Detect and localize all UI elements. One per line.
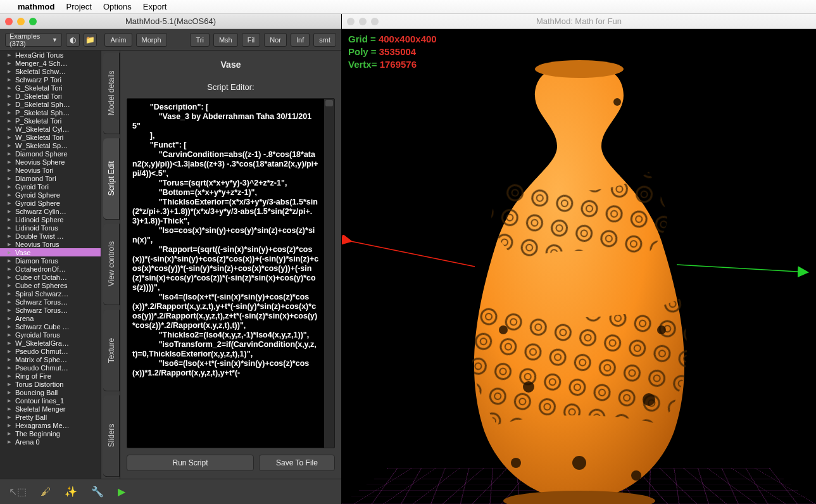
svg-point-9 — [499, 325, 508, 334]
tab-texture[interactable]: Texture — [103, 310, 120, 391]
tab-script-edit[interactable]: Script Edit — [103, 138, 120, 220]
script-editor[interactable]: "Description": [ "Vase_3 by Abderrahman … — [127, 98, 335, 448]
tree-item[interactable]: D_Skeletal Sph… — [0, 100, 101, 108]
editor-zone: Vase Script Editor: "Description": [ "Va… — [120, 51, 341, 479]
tree-item[interactable]: W_Skeletal Cyl… — [0, 125, 101, 133]
tree-item[interactable]: W_Skeletal Sp… — [0, 141, 101, 149]
editor-heading: Script Editor: — [127, 79, 335, 98]
tree-item[interactable]: W_SkeletalGra… — [0, 339, 101, 347]
status-bar: ↖︎⬚ 🖌 ✨ 🔧 ▶ — [0, 479, 341, 504]
tree-item[interactable]: Double Twist … — [0, 232, 101, 240]
tree-item[interactable]: Bouncing Ball — [0, 388, 101, 396]
smt-button[interactable]: smt — [313, 33, 336, 47]
poly-value: 3535004 — [379, 46, 416, 57]
tree-item[interactable]: The Beginning — [0, 429, 101, 438]
menu-app[interactable]: mathmod — [18, 2, 55, 11]
tool-magic-icon[interactable]: ✨ — [65, 486, 77, 498]
editor-scroll[interactable] — [324, 99, 334, 448]
tree-item[interactable]: Cube of Octah… — [0, 273, 101, 281]
tree-item[interactable]: Pseudo Chmut… — [0, 347, 101, 355]
tree-item[interactable]: Neovius Torus — [0, 240, 101, 248]
tree-item[interactable]: Cube of Spheres — [0, 281, 101, 289]
svg-point-8 — [643, 393, 655, 406]
menu-options[interactable]: Options — [103, 2, 132, 11]
tree-item[interactable]: Gyroid Tori — [0, 182, 101, 191]
tree-item[interactable]: P_Skeletal Tori — [0, 117, 101, 125]
tree-item[interactable]: Matrix of Sphe… — [0, 355, 101, 363]
tree-item[interactable]: Diamond Tori — [0, 174, 101, 182]
viewport[interactable]: Grid = 400x400x400 Poly = 3535004 Vertx=… — [342, 29, 816, 504]
svg-point-10 — [657, 325, 666, 334]
nor-button[interactable]: Nor — [264, 33, 287, 47]
inf-button[interactable]: Inf — [291, 33, 310, 47]
tree-item[interactable]: Skeletal Schw… — [0, 67, 101, 75]
play-icon[interactable]: ▶ — [118, 486, 125, 498]
tree-item[interactable]: Menger_4 Sch… — [0, 59, 101, 67]
tree-item[interactable]: Gyroid Sphere — [0, 199, 101, 207]
poly-label: Poly = — [348, 46, 377, 57]
save-to-file-button[interactable]: Save To File — [259, 455, 335, 471]
tree-item[interactable]: Contour lines_1 — [0, 396, 101, 405]
editor-title: MathMod-5.1(MacOS64) — [0, 16, 341, 26]
tab-sliders[interactable]: Sliders — [103, 395, 120, 477]
tree-item[interactable]: Neovius Sphere — [0, 158, 101, 166]
tool-wrench-icon[interactable]: 🔧 — [91, 486, 104, 498]
tree-item[interactable]: Lidinoid Torus — [0, 224, 101, 232]
msh-button[interactable]: Msh — [213, 33, 238, 47]
tree-item[interactable]: Pretty Ball — [0, 413, 101, 421]
tree-item[interactable]: HexaGrid Torus — [0, 51, 101, 59]
tree-item[interactable]: Lidinoid Sphere — [0, 215, 101, 224]
tool-pointer-icon[interactable]: ↖︎⬚ — [9, 486, 27, 498]
viewport-title: MathMod: Math for Fun — [342, 16, 816, 26]
tri-button[interactable]: Tri — [190, 33, 209, 47]
tree-item[interactable]: Schwarz P Tori — [0, 75, 101, 84]
tree-item[interactable]: Gyroidal Torus — [0, 331, 101, 339]
tree-item[interactable]: Spiral Schwarz… — [0, 289, 101, 298]
vert-label: Vertx= — [348, 59, 377, 70]
tree-item[interactable]: OctahedronOf… — [0, 265, 101, 273]
tree-item[interactable]: Diamond Sphere — [0, 149, 101, 158]
refresh-icon[interactable]: ◐ — [66, 33, 80, 47]
viewport-overlay: Grid = 400x400x400 Poly = 3535004 Vertx=… — [348, 33, 437, 71]
fil-button[interactable]: Fil — [242, 33, 261, 47]
tree-item[interactable]: Schwarz Cylin… — [0, 207, 101, 215]
svg-point-7 — [523, 381, 534, 393]
tree-item[interactable]: G_Skeletal Tori — [0, 84, 101, 92]
tree-item[interactable]: P_Skeletal Sph… — [0, 108, 101, 117]
menu-project[interactable]: Project — [66, 2, 92, 11]
side-tabs: Model details Script Edit View controls … — [101, 51, 120, 479]
examples-combo[interactable]: Examples (373) ▼ — [5, 33, 62, 47]
morph-button[interactable]: Morph — [136, 33, 167, 47]
tab-view-controls[interactable]: View controls — [103, 224, 120, 305]
anim-button[interactable]: Anim — [104, 33, 132, 47]
tree-item[interactable]: Arena — [0, 314, 101, 322]
tree-item[interactable]: Vase — [0, 248, 101, 256]
tree-item[interactable]: Schwarz Torus… — [0, 306, 101, 314]
script-text[interactable]: "Description": [ "Vase_3 by Abderrahman … — [127, 99, 324, 448]
viewport-titlebar[interactable]: MathMod: Math for Fun — [342, 14, 816, 29]
model-tree[interactable]: HexaGrid TorusMenger_4 Sch…Skeletal Schw… — [0, 51, 101, 479]
tree-item[interactable]: Neovius Tori — [0, 166, 101, 174]
tree-item[interactable]: Hexagrams Me… — [0, 421, 101, 429]
tree-item[interactable]: Ring of Fire — [0, 372, 101, 380]
rendered-vase — [427, 58, 731, 504]
tree-item[interactable]: Skeletal Menger — [0, 405, 101, 413]
tree-item[interactable]: Gyroid Sphere — [0, 191, 101, 199]
folder-icon[interactable]: 📁 — [84, 33, 97, 47]
svg-point-4 — [535, 60, 624, 78]
tree-item[interactable]: D_Skeletal Tori — [0, 92, 101, 100]
tree-item[interactable]: Schwarz Torus… — [0, 298, 101, 306]
run-script-button[interactable]: Run Script — [127, 455, 254, 471]
vert-value: 1769576 — [380, 59, 417, 70]
editor-titlebar[interactable]: MathMod-5.1(MacOS64) — [0, 14, 341, 29]
tree-item[interactable]: Arena 0 — [0, 438, 101, 446]
grid-label: Grid = — [348, 34, 376, 44]
tab-model-details[interactable]: Model details — [103, 53, 120, 134]
tree-item[interactable]: Pseudo Chmut… — [0, 363, 101, 372]
tree-item[interactable]: Diamon Torus — [0, 256, 101, 265]
tool-brush-icon[interactable]: 🖌 — [41, 486, 51, 498]
tree-item[interactable]: Schwarz Cube … — [0, 322, 101, 331]
tree-item[interactable]: Torus Distortion — [0, 380, 101, 388]
tree-item[interactable]: W_Skeletal Tori — [0, 133, 101, 141]
menu-export[interactable]: Export — [143, 2, 167, 11]
